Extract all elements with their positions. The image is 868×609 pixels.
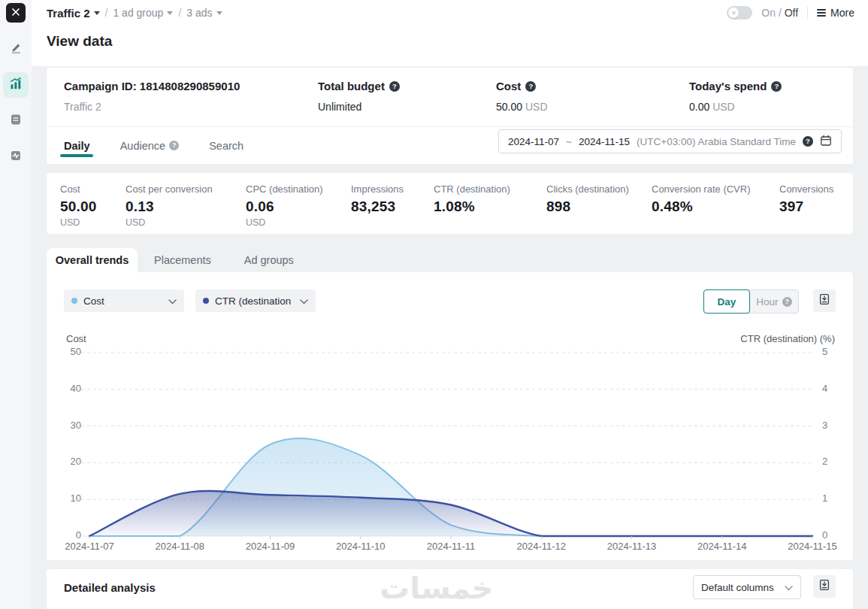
cost-unit: USD xyxy=(525,101,548,113)
series-color-dot xyxy=(71,298,77,304)
more-button[interactable]: More xyxy=(817,7,854,19)
chevron-down-icon xyxy=(785,582,793,593)
trend-tabs: Overall trends Placements Ad groups xyxy=(47,248,310,272)
chevron-down-icon xyxy=(94,11,100,15)
ads-label: 3 ads xyxy=(186,7,212,19)
columns-select[interactable]: Default columns xyxy=(693,575,801,599)
tab-audience[interactable]: Audience? xyxy=(120,127,179,164)
hamburger-icon xyxy=(817,9,826,17)
question-mark-icon: ? xyxy=(782,297,792,307)
export-chart-button[interactable] xyxy=(813,289,836,312)
chevron-down-icon xyxy=(300,295,308,307)
campaign-status-toggle[interactable]: ✕ xyxy=(727,6,752,20)
todays-spend-block: Today's spend? 0.00 USD xyxy=(689,80,782,113)
y-axis-tick-left: 40 xyxy=(51,383,81,394)
toggle-thumb-icon: ✕ xyxy=(728,8,739,18)
report-tabs: Daily Audience? Search xyxy=(64,127,243,164)
close-button[interactable] xyxy=(6,3,26,23)
question-mark-icon[interactable]: ? xyxy=(525,81,536,92)
y-axis-tick-right: 2 xyxy=(822,456,852,467)
x-axis-label: 2024-11-10 xyxy=(336,541,386,552)
metric-conversions: Conversions397 xyxy=(779,183,847,228)
x-axis-label: 2024-11-15 xyxy=(788,541,837,552)
x-axis-label: 2024-11-11 xyxy=(427,541,476,552)
sidebar-item-activity[interactable] xyxy=(3,144,29,170)
metric-cost: Cost50.00USD xyxy=(60,183,126,228)
tab-overall-trends[interactable]: Overall trends xyxy=(47,248,138,272)
hour-button[interactable]: Hour? xyxy=(750,290,798,313)
x-axis-label: 2024-11-08 xyxy=(155,541,204,552)
export-icon xyxy=(818,293,830,308)
total-budget-block: Total budget? Unlimited xyxy=(318,80,400,113)
export-icon xyxy=(818,579,830,594)
campaign-id-block: Campaign ID: 1814808290859010 Traffic 2 xyxy=(64,80,240,113)
edit-pencil-icon xyxy=(10,41,23,57)
trend-chart-svg xyxy=(47,329,853,554)
export-table-button[interactable] xyxy=(813,575,836,598)
divider xyxy=(807,7,808,19)
metric-selector-cost[interactable]: Cost xyxy=(64,289,184,312)
sidebar-item-edit[interactable] xyxy=(3,36,29,62)
metrics-row: Cost50.00USD Cost per conversion0.13USD … xyxy=(47,173,853,228)
total-budget-value: Unlimited xyxy=(318,101,361,113)
y-axis-tick-right: 5 xyxy=(822,346,852,357)
y-axis-tick-right: 4 xyxy=(822,383,852,394)
x-axis-label: 2024-11-07 xyxy=(65,541,114,552)
top-bar: Traffic 2 / 1 ad group / 3 ads ✕ On / Of… xyxy=(32,0,868,26)
CTR (destination)-area xyxy=(89,491,812,536)
granularity-toggle: Day Hour? xyxy=(703,289,799,314)
day-button[interactable]: Day xyxy=(703,289,750,314)
date-end: 2024-11-15 xyxy=(579,136,630,147)
detailed-analysis-card: Detailed analysis خمسات Default columns xyxy=(47,569,853,609)
metric-ctr-destination: CTR (destination)1.08% xyxy=(434,183,546,228)
document-icon xyxy=(10,114,22,129)
y-axis-tick-left: 50 xyxy=(51,346,81,357)
metric-cost-per-conversion: Cost per conversion0.13USD xyxy=(126,183,246,228)
tab-ad-groups[interactable]: Ad groups xyxy=(228,248,310,272)
y-axis-tick-left: 20 xyxy=(51,456,81,467)
cost-block: Cost? 50.00 USD xyxy=(496,80,548,113)
date-separator: ~ xyxy=(566,136,572,147)
columns-select-value: Default columns xyxy=(701,582,785,593)
metric-selector-ctr[interactable]: CTR (destination xyxy=(195,289,316,312)
y-axis-tick-right: 3 xyxy=(822,420,852,431)
adgroup-label: 1 ad group xyxy=(113,7,163,19)
page-title: View data xyxy=(47,33,112,50)
todays-spend-unit: USD xyxy=(712,101,735,113)
campaign-name: Traffic 2 xyxy=(47,7,90,20)
top-right-controls: ✕ On / Off More xyxy=(727,6,868,20)
detailed-analysis-title: Detailed analysis xyxy=(64,581,156,594)
date-range-picker[interactable]: 2024-11-07 ~ 2024-11-15 (UTC+03:00) Arab… xyxy=(498,129,842,153)
close-icon xyxy=(11,6,20,20)
todays-spend-label: Today's spend xyxy=(689,80,767,92)
metric-clicks-destination: Clicks (destination)898 xyxy=(546,183,652,228)
onoff-label: On / Off xyxy=(761,7,798,19)
x-axis-label: 2024-11-14 xyxy=(697,541,747,552)
tab-search[interactable]: Search xyxy=(209,127,243,164)
question-mark-icon[interactable]: ? xyxy=(771,81,782,92)
breadcrumb-ads-dropdown[interactable]: 3 ads xyxy=(186,7,222,19)
sidebar-item-document[interactable] xyxy=(3,108,29,134)
activity-icon xyxy=(10,150,22,165)
left-sidebar xyxy=(0,0,32,609)
x-axis-label: 2024-11-09 xyxy=(246,541,295,552)
breadcrumb-campaign-dropdown[interactable]: Traffic 2 xyxy=(47,7,100,20)
y-axis-tick-left: 0 xyxy=(51,529,81,541)
cost-label: Cost xyxy=(496,80,521,92)
timezone-label: (UTC+03:00) Arabia Standard Time xyxy=(637,136,796,147)
tab-placements[interactable]: Placements xyxy=(138,248,228,272)
metric-impressions: Impressions83,253 xyxy=(351,183,434,228)
question-mark-icon[interactable]: ? xyxy=(389,81,400,92)
tab-daily[interactable]: Daily xyxy=(64,127,90,164)
sidebar-item-analytics[interactable] xyxy=(3,72,29,98)
y-axis-tick-right: 1 xyxy=(822,492,852,504)
breadcrumb-separator: / xyxy=(105,7,108,19)
cost-value: 50.00 xyxy=(496,101,522,113)
y-axis-tick-left: 10 xyxy=(51,492,81,504)
breadcrumb-adgroup-dropdown[interactable]: 1 ad group xyxy=(113,7,173,19)
selector-label: CTR (destination xyxy=(215,295,294,307)
campaign-id: Campaign ID: 1814808290859010 xyxy=(64,80,240,92)
total-budget-label: Total budget xyxy=(318,80,385,92)
breadcrumb-separator: / xyxy=(178,7,181,19)
question-mark-icon: ? xyxy=(803,136,813,147)
